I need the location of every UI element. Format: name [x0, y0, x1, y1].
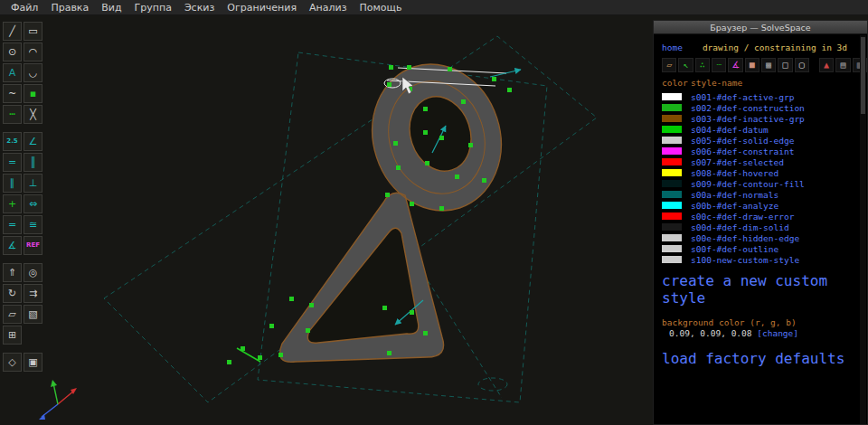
point-marker[interactable]: [423, 107, 428, 111]
point-marker[interactable]: [382, 306, 387, 310]
style-link[interactable]: s004-#def-datum: [691, 125, 769, 135]
lathe-tool-icon[interactable]: ◎: [24, 263, 42, 282]
point-marker[interactable]: [425, 161, 429, 165]
point-marker[interactable]: [387, 351, 392, 355]
style-link[interactable]: s00e-#def-hidden-edge: [691, 233, 799, 243]
menu-edit[interactable]: Правка: [44, 1, 95, 14]
point-marker[interactable]: [258, 355, 262, 360]
style-color-swatch[interactable]: [662, 158, 682, 165]
point-marker[interactable]: [507, 88, 512, 92]
menu-constrain[interactable]: Ограничения: [221, 1, 303, 14]
panel-titlebar[interactable]: Браузер — SolveSpace: [654, 21, 867, 34]
point-marker[interactable]: [278, 353, 283, 357]
point-marker[interactable]: [439, 136, 444, 140]
show-outlines-icon[interactable]: ▢: [795, 58, 809, 72]
point-marker[interactable]: [455, 175, 459, 179]
point-marker[interactable]: [468, 143, 473, 147]
parallel-tool-icon[interactable]: ∥: [3, 174, 22, 193]
style-color-swatch[interactable]: [662, 212, 682, 220]
style-color-swatch[interactable]: [662, 245, 682, 252]
sketch-in-3d-tool-icon[interactable]: ▧: [24, 305, 42, 324]
nearest-iso-tool-icon[interactable]: ◇: [3, 353, 22, 372]
point-marker[interactable]: [389, 65, 393, 70]
show-workplanes-icon[interactable]: ▱: [662, 58, 676, 72]
other-angle-tool-icon[interactable]: ∡: [3, 236, 22, 255]
point-marker[interactable]: [423, 130, 428, 135]
sketch-in-workplane-tool-icon[interactable]: ▱: [3, 305, 22, 324]
style-link[interactable]: s00b-#def-analyze: [691, 201, 778, 211]
datum-point-tool-icon[interactable]: ▪: [24, 84, 42, 103]
point-marker[interactable]: [439, 206, 444, 211]
same-orientation-tool-icon[interactable]: ≅: [24, 215, 42, 234]
ttf-text-tool-icon[interactable]: A: [3, 63, 22, 82]
menu-group[interactable]: Группа: [128, 1, 178, 14]
home-link[interactable]: home: [662, 42, 683, 52]
style-link[interactable]: s002-#def-construction: [691, 103, 805, 113]
point-marker[interactable]: [387, 82, 392, 87]
extrude-tool-icon[interactable]: ⇑: [3, 263, 22, 282]
point-marker[interactable]: [309, 303, 314, 307]
style-link[interactable]: s00f-#def-outline: [691, 244, 778, 254]
distance-tool-icon[interactable]: 2.5: [3, 132, 22, 151]
equal-tool-icon[interactable]: =: [3, 215, 22, 234]
show-points-icon[interactable]: ∴: [695, 58, 710, 72]
point-marker[interactable]: [423, 331, 428, 335]
onto-workplane-tool-icon[interactable]: ▣: [24, 353, 42, 372]
symmetric-tool-icon[interactable]: ⇔: [24, 194, 42, 213]
point-marker[interactable]: [407, 65, 411, 70]
show-hidden-lines-icon[interactable]: ▤: [835, 58, 850, 72]
menu-file[interactable]: Файл: [5, 1, 44, 14]
style-link[interactable]: s00c-#def-draw-error: [691, 212, 794, 222]
bezier-tool-icon[interactable]: ~: [3, 84, 22, 103]
style-link[interactable]: s005-#def-solid-edge: [691, 136, 794, 146]
show-normals-icon[interactable]: ↖: [678, 58, 693, 72]
rectangle-tool-icon[interactable]: ▭: [24, 22, 42, 41]
style-link[interactable]: s006-#def-constraint: [691, 146, 794, 156]
style-color-swatch[interactable]: [662, 104, 682, 111]
style-color-swatch[interactable]: [662, 137, 682, 144]
menu-view[interactable]: Вид: [95, 1, 127, 14]
style-link[interactable]: s007-#def-selected: [691, 157, 784, 167]
point-on-line-tool-icon[interactable]: +: [3, 194, 22, 213]
show-faces-icon[interactable]: ■: [745, 58, 760, 72]
solid-model[interactable]: [280, 47, 520, 362]
show-edges-icon[interactable]: □: [778, 58, 792, 72]
create-custom-style-link[interactable]: create a new custom style: [662, 272, 827, 307]
style-color-swatch[interactable]: [662, 202, 682, 209]
menu-analyze[interactable]: Анализ: [303, 1, 354, 14]
point-marker[interactable]: [448, 67, 452, 71]
style-color-swatch[interactable]: [662, 126, 682, 133]
angle-tool-icon[interactable]: ∠: [24, 132, 42, 151]
style-color-swatch[interactable]: [662, 93, 682, 100]
tangent-arc-tool-icon[interactable]: ◡: [24, 63, 42, 82]
point-marker[interactable]: [269, 324, 274, 328]
style-link[interactable]: s001-#def-active-grp: [691, 92, 794, 102]
point-marker[interactable]: [482, 178, 486, 183]
toggle-construction-tool-icon[interactable]: ┅: [3, 105, 22, 124]
point-marker[interactable]: [410, 202, 414, 206]
perpendicular-tool-icon[interactable]: ⊥: [24, 174, 42, 193]
style-link[interactable]: s003-#def-inactive-grp: [691, 114, 805, 124]
show-shaded-icon[interactable]: ▩: [761, 58, 776, 72]
load-factory-defaults-link[interactable]: load factory defaults: [662, 350, 844, 367]
style-link[interactable]: s009-#def-contour-fill: [691, 179, 805, 189]
style-link[interactable]: s00a-#def-normals: [691, 190, 778, 200]
style-color-swatch[interactable]: [662, 256, 682, 263]
point-marker[interactable]: [227, 360, 231, 364]
style-link[interactable]: s100-new-custom-style: [691, 255, 799, 265]
arc-tool-icon[interactable]: ◠: [24, 42, 42, 61]
point-marker[interactable]: [289, 297, 294, 301]
style-color-swatch[interactable]: [662, 234, 682, 241]
link-assemble-tool-icon[interactable]: ⊞: [3, 326, 22, 345]
show-construction-icon[interactable]: ┄: [712, 58, 726, 72]
panel-scrollbar[interactable]: [860, 35, 866, 424]
show-constraints-icon[interactable]: ∡: [728, 58, 742, 72]
split-curves-tool-icon[interactable]: ╳: [24, 105, 42, 124]
style-color-swatch[interactable]: [662, 191, 682, 198]
line-segment-tool-icon[interactable]: ╱: [3, 22, 22, 41]
show-mesh-icon[interactable]: ▲: [819, 58, 834, 72]
style-color-swatch[interactable]: [662, 169, 682, 176]
point-marker[interactable]: [241, 346, 245, 351]
style-color-swatch[interactable]: [662, 180, 682, 187]
circle-tool-icon[interactable]: ⊙: [3, 42, 22, 61]
